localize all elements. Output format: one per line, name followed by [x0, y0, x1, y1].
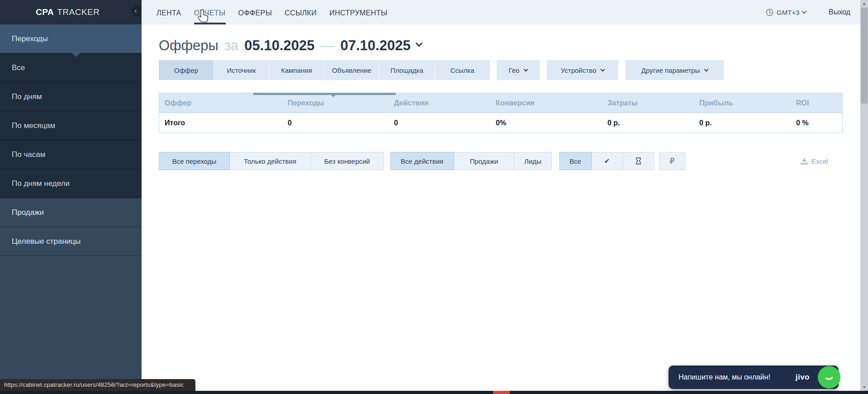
date-from[interactable]: 05.10.2025	[244, 38, 314, 54]
other-params-dropdown[interactable]: Другие параметры	[626, 60, 724, 80]
filter-lidy[interactable]: Лиды	[514, 152, 552, 170]
chat-bubble-icon[interactable]	[818, 366, 840, 389]
chat-widget[interactable]: Напишите нам, мы онлайн! jivo	[669, 366, 839, 389]
filter-status-approved[interactable]: ✔	[592, 152, 623, 170]
col-header-zatraty[interactable]: Затраты	[602, 99, 694, 107]
report-section-name: Офферы	[159, 38, 218, 54]
sidebar-item-label: По часам	[12, 150, 45, 159]
chat-tail-icon	[823, 371, 835, 383]
device-dropdown[interactable]: Устройство	[547, 60, 618, 80]
filter-currency-ruble[interactable]: ₽	[659, 152, 685, 170]
sidebar-item-po-dnyam[interactable]: По дням	[0, 82, 142, 111]
report-title: Офферы за 05.10.2025 — 07.10.2025	[159, 38, 422, 54]
brand-bold: CPA	[36, 7, 54, 17]
sidebar-item-label: Переходы	[12, 34, 48, 43]
logout-link[interactable]: Выход	[829, 0, 850, 24]
sidebar-item-label: По месяцам	[12, 121, 55, 130]
other-params-label: Другие параметры	[641, 66, 700, 74]
title-preposition: за	[224, 38, 238, 54]
taskbar-edge-strip	[0, 391, 868, 394]
nav-item-offery[interactable]: ОФФЕРЫ	[238, 0, 272, 24]
col-header-konversiya[interactable]: Конверсия	[490, 99, 602, 107]
tab-ploshadka[interactable]: Площадка	[379, 60, 435, 80]
totals-zatraty: 0 р.	[602, 119, 694, 127]
sidebar-item-po-chasam[interactable]: По часам	[0, 140, 142, 169]
scrollbar-thumb[interactable]	[861, 8, 868, 104]
col-header-perehody-sorted[interactable]: Переходы	[282, 93, 389, 113]
table-header-row: Оффер Переходы Действия Конверсия Затрат…	[159, 93, 843, 113]
scroll-down-arrow[interactable]: ▼	[860, 384, 868, 391]
sidebar: Переходы Все По дням По месяцам По часам…	[0, 24, 142, 394]
sidebar-item-prodazhi[interactable]: Продажи	[0, 198, 142, 227]
hourglass-icon	[635, 157, 642, 166]
col-header-roi[interactable]: ROI	[791, 99, 843, 107]
totals-roi: 0 %	[791, 119, 843, 127]
filter-tolko-deystviya[interactable]: Только действия	[230, 152, 311, 170]
sidebar-item-vse[interactable]: Все	[0, 53, 142, 82]
date-range-chevron-icon[interactable]	[415, 40, 422, 47]
actions-filter-group: Все действия Продажи Лиды	[390, 152, 552, 170]
filter-status-pending[interactable]	[623, 152, 654, 170]
timezone-label: GMT+3	[777, 9, 799, 16]
chevron-down-icon	[601, 67, 605, 71]
filter-bez-konversiy[interactable]: Без конверсий	[311, 152, 384, 170]
filter-prodazhi[interactable]: Продажи	[454, 152, 514, 170]
tab-istochnik[interactable]: Источник	[214, 60, 269, 80]
chat-message: Напишите нам, мы онлайн!	[669, 373, 770, 381]
col-header-deystviya[interactable]: Действия	[389, 99, 490, 107]
status-url: https://cabinet.cpatracker.ru/users/4825…	[4, 381, 184, 388]
chevron-down-icon	[524, 67, 528, 71]
tab-obyavlenie[interactable]: Объявление	[324, 60, 379, 80]
nav-item-otchety[interactable]: ОТЧЕТЫ	[194, 0, 226, 24]
filter-vse-perehody[interactable]: Все переходы	[159, 152, 230, 170]
sidebar-item-label: Продажи	[12, 208, 44, 217]
col-header-pribyl[interactable]: Прибыль	[694, 99, 791, 107]
totals-konversiya: 0%	[490, 119, 602, 127]
dimension-tabs: Оффер Источник Кампания Объявление Площа…	[159, 60, 490, 80]
sidebar-item-perehody[interactable]: Переходы	[0, 24, 142, 53]
date-to[interactable]: 07.10.2025	[341, 38, 411, 54]
filter-vse-deystviya[interactable]: Все действия	[390, 152, 454, 170]
sidebar-item-label: По дням	[12, 92, 42, 101]
table-totals-row: Итого 0 0 0% 0 р. 0 р. 0 %	[159, 113, 843, 133]
taskbar-red-accent	[493, 391, 510, 394]
traffic-filter-group: Все переходы Только действия Без конверс…	[159, 152, 384, 170]
sidebar-item-label: По дням недели	[12, 179, 70, 188]
check-icon: ✔	[604, 157, 610, 165]
chevron-left-icon: ‹	[134, 6, 137, 15]
ruble-icon: ₽	[670, 157, 675, 166]
export-excel-button[interactable]: Excel	[801, 152, 828, 170]
geo-dropdown-label: Гео	[509, 66, 520, 74]
chevron-down-icon	[802, 9, 807, 14]
device-dropdown-label: Устройство	[561, 66, 596, 74]
col-header-offer[interactable]: Оффер	[159, 99, 282, 107]
report-table: Оффер Переходы Действия Конверсия Затрат…	[159, 93, 843, 133]
download-icon	[801, 157, 808, 165]
clock-icon	[766, 9, 773, 16]
sidebar-item-label: Целевые страницы	[12, 237, 81, 246]
top-navigation: ЛЕНТА ОТЧЕТЫ ОФФЕРЫ ССЫЛКИ ИНСТРУМЕНТЫ	[157, 0, 387, 24]
jivo-logo: jivo	[796, 373, 810, 382]
sidebar-item-celevye-stranicy[interactable]: Целевые страницы	[0, 227, 142, 256]
scroll-up-arrow[interactable]: ▲	[860, 0, 868, 7]
link-status-bar: https://cabinet.cpatracker.ru/users/4825…	[0, 379, 195, 391]
totals-perehody: 0	[282, 119, 389, 127]
timezone-selector[interactable]: GMT+3	[766, 0, 806, 24]
tab-ssylka[interactable]: Ссылка	[435, 60, 490, 80]
status-filter-group: Все ✔	[559, 152, 654, 170]
geo-dropdown[interactable]: Гео	[497, 60, 540, 80]
tab-kampaniya[interactable]: Кампания	[269, 60, 324, 80]
vertical-scrollbar[interactable]: ▲ ▼	[860, 0, 868, 391]
sidebar-item-po-dnyam-nedeli[interactable]: По дням недели	[0, 169, 142, 198]
filter-status-vse[interactable]: Все	[559, 152, 592, 170]
logo: CPA TRACKER	[0, 0, 142, 24]
app-window: ЛЕНТА ОТЧЕТЫ ОФФЕРЫ ССЫЛКИ ИНСТРУМЕНТЫ G…	[0, 0, 868, 394]
sidebar-item-po-mesyacam[interactable]: По месяцам	[0, 111, 142, 140]
nav-item-lenta[interactable]: ЛЕНТА	[157, 0, 181, 24]
tab-offer[interactable]: Оффер	[159, 60, 214, 80]
nav-item-instrumenty[interactable]: ИНСТРУМЕНТЫ	[329, 0, 387, 24]
nav-item-ssylki[interactable]: ССЫЛКИ	[285, 0, 317, 24]
excel-label: Excel	[811, 157, 828, 165]
date-separator: —	[321, 38, 335, 54]
sidebar-item-label: Все	[12, 63, 25, 72]
